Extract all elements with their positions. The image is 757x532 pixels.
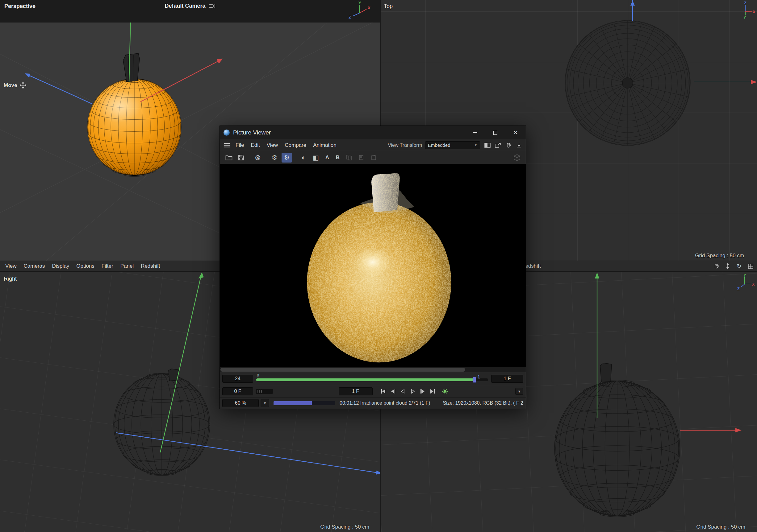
timeline-handle[interactable] <box>473 377 476 383</box>
axis-y-label: Y <box>358 1 361 5</box>
viewport-label-right: Right <box>4 276 17 282</box>
menu-filter[interactable]: Filter <box>102 263 118 269</box>
menu-redshift[interactable]: Redshift <box>141 263 164 269</box>
menu-view[interactable]: View <box>263 142 282 148</box>
pan-hand-icon[interactable] <box>713 263 720 269</box>
chevron-down-icon: ▼ <box>474 143 477 147</box>
ab-compare-icon[interactable]: ◧ <box>311 153 321 162</box>
minimize-icon <box>473 132 477 133</box>
active-tool-hint: Move <box>4 82 26 89</box>
cinema4d-workspace: Perspective Default Camera Move <box>0 0 757 532</box>
menu-cameras[interactable]: Cameras <box>24 263 49 269</box>
render-settings-gear-icon[interactable]: ⚙ <box>269 153 280 162</box>
previous-frame-icon[interactable] <box>388 387 398 395</box>
hand-icon[interactable] <box>505 142 512 149</box>
stem-top-view <box>622 78 633 88</box>
contrast-icon[interactable]: ◐ <box>298 153 309 162</box>
open-folder-icon[interactable] <box>224 153 234 162</box>
image-horizontal-scrollbar[interactable] <box>220 367 526 372</box>
play-forward-icon[interactable] <box>408 387 418 395</box>
goto-end-icon[interactable] <box>428 387 438 395</box>
fps-field[interactable]: 24 <box>222 375 253 383</box>
viewport-label-top: Top <box>384 3 393 10</box>
perspective-header-bar: Perspective Default Camera <box>0 0 380 22</box>
play-backward-icon[interactable] <box>398 387 408 395</box>
pumpkin-stem <box>600 363 612 382</box>
app-icon <box>224 129 230 136</box>
menu-options[interactable]: Options <box>76 263 99 269</box>
view-axis-gizmo: Z X Y <box>737 1 755 19</box>
camera-icon[interactable] <box>209 4 216 8</box>
end-frame-field[interactable]: 1 F <box>491 375 523 383</box>
transport-bar: 0 F 1 F ▼ <box>220 385 526 398</box>
picture-viewer-window: Picture Viewer × File Edit View Compare … <box>220 126 526 409</box>
set-b-button[interactable]: B <box>333 153 342 162</box>
window-titlebar[interactable]: Picture Viewer × <box>220 126 526 139</box>
render-status-message: 00:01:12 Irradiance point cloud 2/71 (1 … <box>340 400 443 406</box>
axis-z-label: Z <box>737 287 740 291</box>
dolly-zoom-icon[interactable] <box>724 263 731 269</box>
move-tool-icon <box>20 82 26 89</box>
render-active-gear-icon[interactable]: ⚙ <box>282 153 292 162</box>
grid-spacing-label: Grid Spacing : 50 cm <box>696 524 745 530</box>
render-progress-bar <box>274 401 335 405</box>
start-frame-field[interactable]: 0 F <box>222 387 253 395</box>
axis-x-label: X <box>753 10 755 14</box>
dock-window-icon[interactable] <box>515 142 523 149</box>
zoom-level-field[interactable]: 60 % <box>222 399 259 407</box>
minimize-button[interactable] <box>465 126 485 139</box>
timeline-progress-green <box>256 378 474 381</box>
split-view-icon[interactable] <box>484 142 491 149</box>
image-size-info: Size: 1920x1080, RGB (32 Bit), ( F 2 <box>443 400 523 406</box>
menu-view[interactable]: View <box>5 263 21 269</box>
view-axis-gizmo: Y X Z <box>736 273 755 292</box>
axis-z-label: Z <box>348 15 351 19</box>
menu-compare[interactable]: Compare <box>281 142 310 148</box>
view-transform-label: View Transform <box>388 143 422 148</box>
viewport-label-perspective: Perspective <box>4 3 36 10</box>
rendered-image-canvas[interactable] <box>220 164 526 367</box>
toggle-viewport-icon[interactable] <box>747 263 754 269</box>
axis-y-label: Y <box>743 273 746 278</box>
picture-viewer-menubar: File Edit View Compare Animation View Tr… <box>220 139 526 151</box>
detach-window-icon[interactable] <box>494 142 502 149</box>
set-a-button[interactable]: A <box>323 153 332 162</box>
ruler-start-label: 0 <box>257 373 259 378</box>
picture-viewer-toolbar: ⊗ ⚙ ⚙ ◐ ◧ A B <box>220 151 526 164</box>
view-transform-value: Embedded <box>428 143 450 148</box>
transport-options-chevron-icon[interactable]: ▼ <box>515 388 523 395</box>
scrollbar-handle[interactable] <box>221 368 465 372</box>
menu-display[interactable]: Display <box>52 263 74 269</box>
maximize-button[interactable] <box>485 126 505 139</box>
zoom-chevron-icon[interactable]: ▼ <box>260 399 269 407</box>
rotate-view-icon[interactable]: ↻ <box>736 263 742 269</box>
close-button[interactable]: × <box>505 126 526 139</box>
tool-label: Move <box>4 82 17 89</box>
ruler-end-label: 1 <box>478 375 480 379</box>
status-bar: 60 % ▼ 00:01:12 Irradiance point cloud 2… <box>220 398 526 409</box>
menu-panel[interactable]: Panel <box>120 263 138 269</box>
rendered-pumpkin-image <box>220 164 526 367</box>
axis-z-label: Z <box>744 1 746 5</box>
view-transform-dropdown[interactable]: Embedded ▼ <box>425 141 480 149</box>
axis-y-label: Y <box>743 15 746 19</box>
render-frame-icon[interactable] <box>440 387 450 395</box>
stem <box>369 172 402 215</box>
save-icon[interactable] <box>236 153 246 162</box>
goto-start-icon[interactable] <box>378 387 388 395</box>
view-axis-gizmo: Y X Z <box>346 1 372 20</box>
cancel-render-icon[interactable]: ⊗ <box>253 153 263 162</box>
window-title: Picture Viewer <box>233 129 271 136</box>
hamburger-menu-icon[interactable] <box>224 143 230 148</box>
menu-animation[interactable]: Animation <box>310 142 340 148</box>
3d-cube-icon-disabled <box>512 153 522 162</box>
menu-file[interactable]: File <box>232 142 247 148</box>
active-camera-label[interactable]: Default Camera <box>165 3 205 9</box>
axis-x-label: X <box>368 6 371 10</box>
next-frame-icon[interactable] <box>418 387 428 395</box>
current-frame-field[interactable]: 1 F <box>339 387 373 395</box>
specular-highlight <box>97 90 141 123</box>
frame-ruler[interactable]: 0 1 <box>256 374 488 383</box>
copy-icon-disabled <box>356 153 367 162</box>
menu-edit[interactable]: Edit <box>247 142 263 148</box>
